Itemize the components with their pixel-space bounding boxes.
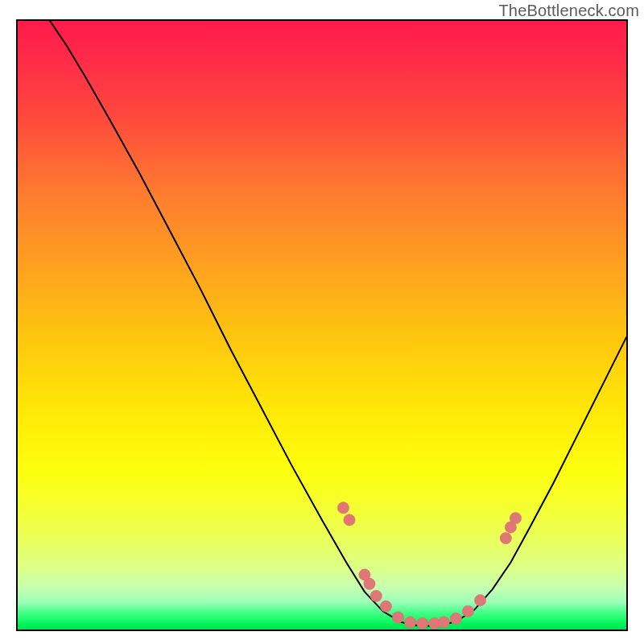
- chart-frame: TheBottleneck.com: [0, 0, 644, 644]
- curve-marker: [344, 514, 355, 526]
- curve-markers: [337, 502, 521, 630]
- curve-marker: [510, 512, 521, 523]
- curve-marker: [417, 617, 428, 629]
- bottleneck-curve: [50, 21, 626, 625]
- curve-marker: [450, 613, 461, 624]
- curve-marker: [500, 532, 511, 543]
- curve-marker: [370, 590, 382, 601]
- curve-marker: [380, 601, 391, 612]
- curve-marker: [392, 612, 403, 623]
- curve-marker: [404, 617, 415, 628]
- curve-marker: [474, 595, 485, 606]
- curve-svg: [18, 21, 626, 630]
- curve-marker: [462, 605, 473, 617]
- watermark-text: TheBottleneck.com: [498, 2, 639, 20]
- curve-marker: [438, 617, 449, 628]
- curve-marker: [364, 578, 375, 589]
- curve-marker: [337, 502, 349, 514]
- plot-area: [16, 19, 628, 631]
